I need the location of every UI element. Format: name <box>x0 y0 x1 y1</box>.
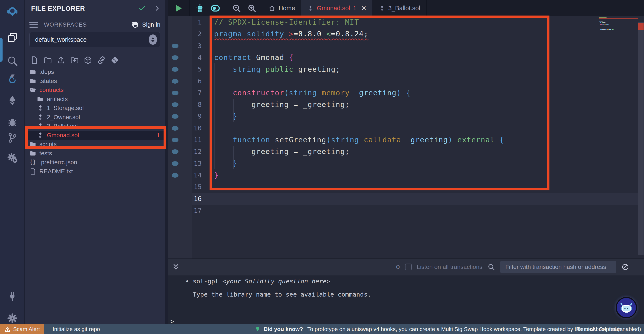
code-line-11[interactable]: function setGreeting(string calldata _gr… <box>214 134 597 146</box>
warning-icon <box>4 326 11 332</box>
collapse-panel-chevron-icon[interactable] <box>153 4 161 13</box>
git-diamond-icon[interactable] <box>110 56 119 65</box>
minimap-error-line <box>599 18 638 19</box>
new-folder-icon[interactable] <box>43 56 52 65</box>
code-line-9[interactable]: } <box>214 110 597 122</box>
code-line-7[interactable]: constructor(string memory _greeting) { <box>214 87 597 99</box>
tree-item-tests[interactable]: tests <box>25 149 165 158</box>
zoom-out-icon[interactable] <box>232 3 242 13</box>
token: =0.8.24 <box>331 29 364 38</box>
tab-gmonad[interactable]: Gmonad.sol 1 ✕ <box>301 0 373 16</box>
code-line-3[interactable] <box>214 40 597 52</box>
indent-guide <box>233 146 234 169</box>
line-number: 3 <box>168 40 202 52</box>
deploy-run-icon[interactable] <box>0 93 25 108</box>
token: function <box>214 135 270 144</box>
tree-item-scripts[interactable]: scripts <box>25 140 165 149</box>
tree-item--deps[interactable]: .deps <box>25 67 165 77</box>
token: setGreeting <box>270 135 326 144</box>
minimap-token <box>604 31 606 31</box>
run-script-button[interactable] <box>174 3 184 13</box>
git-icon[interactable] <box>0 130 25 145</box>
ai-copilot-robot-icon[interactable] <box>195 3 205 13</box>
file-explorer-header: FILE EXPLORER <box>31 4 161 14</box>
minimap-token <box>602 29 605 30</box>
terminal-prompt[interactable]: > <box>170 318 174 325</box>
token: } <box>214 159 238 168</box>
panel-resizer[interactable] <box>165 0 168 324</box>
folder-icon <box>37 95 44 103</box>
code-line-15[interactable] <box>214 181 597 193</box>
minimap-token <box>601 26 603 26</box>
minimap-token <box>603 31 603 31</box>
run-segment <box>168 0 190 16</box>
code-line-8[interactable]: greeting = _greeting; <box>214 99 597 110</box>
folder-icon <box>29 141 36 148</box>
editor-scrollbar[interactable] <box>638 16 644 259</box>
code-line-10[interactable] <box>214 122 597 134</box>
lightbulb-icon <box>255 326 261 332</box>
upload-folder-icon[interactable] <box>70 56 79 65</box>
folder-icon <box>29 77 36 85</box>
line-number: 16 <box>168 193 202 205</box>
copilot-toggle[interactable] <box>210 3 220 13</box>
code-line-6[interactable] <box>214 75 597 87</box>
tree-item-1-storage-sol[interactable]: 1_Storage.sol <box>25 104 165 113</box>
settings-icon[interactable] <box>0 311 25 326</box>
tree-item-artifacts[interactable]: artifacts <box>25 95 165 104</box>
line-number: 4 <box>168 52 202 63</box>
code-line-1[interactable]: // SPDX-License-Identifier: MIT <box>214 16 597 28</box>
tree-item-2-owner-sol[interactable]: 2_Owner.sol <box>25 113 165 122</box>
tree-item--prettierrc-json[interactable]: {}.prettierrc.json <box>25 158 165 167</box>
remixai-copilot-button[interactable] <box>616 297 637 318</box>
code-line-5[interactable]: string public greeting; <box>214 63 597 75</box>
tab-ballot[interactable]: 3_Ballot.sol <box>373 0 426 16</box>
editor-minimap[interactable] <box>599 17 638 38</box>
code-line-17[interactable] <box>214 205 597 216</box>
link-icon[interactable] <box>97 56 106 65</box>
token: pragma solidity <box>214 29 289 38</box>
minimap-line <box>599 36 638 38</box>
plugin-manager-icon[interactable] <box>0 289 25 304</box>
tree-item-gmonad-sol[interactable]: Gmonad.sol1 <box>25 131 165 140</box>
scam-alert-button[interactable]: Scam Alert <box>0 324 44 334</box>
code-line-12[interactable]: greeting = _greeting; <box>214 146 597 157</box>
scrollbar-slider[interactable] <box>638 22 644 255</box>
code-line-2[interactable]: pragma solidity >=0.8.0 <=0.8.24; <box>214 28 597 40</box>
sign-in-button[interactable]: Sign in <box>131 20 160 29</box>
copilot-status-label: RemixAI Copilot (enabled) <box>576 324 641 334</box>
code-line-16[interactable] <box>214 193 597 205</box>
zoom-in-icon[interactable] <box>247 3 257 13</box>
line-number: 11 <box>168 134 202 146</box>
workspace-select[interactable]: default_workspace <box>30 32 160 47</box>
new-file-icon[interactable] <box>30 56 39 65</box>
upload-file-icon[interactable] <box>57 56 66 65</box>
tab-home[interactable]: Home <box>262 0 301 16</box>
init-git-repo-button[interactable]: Initialize as git repo <box>52 324 100 334</box>
tree-item-3-ballot-sol[interactable]: 3_Ballot.sol <box>25 122 165 131</box>
terminal-output[interactable]: > • sol-gpt <your Solidity question here… <box>168 276 644 324</box>
solidity-compiler-icon[interactable] <box>0 71 25 87</box>
transaction-filter-input[interactable] <box>500 261 616 273</box>
workspaces-menu-icon[interactable] <box>30 21 38 29</box>
collapse-terminal-icon[interactable] <box>172 263 180 271</box>
remix-logo-icon[interactable] <box>0 4 25 19</box>
terminal-search-icon[interactable] <box>488 263 495 271</box>
close-tab-icon[interactable]: ✕ <box>361 4 366 12</box>
listen-all-checkbox[interactable] <box>405 264 412 270</box>
tree-item--states[interactable]: .states <box>25 77 165 86</box>
debugger-icon[interactable] <box>0 114 25 130</box>
tree-item-readme-txt[interactable]: README.txt <box>25 167 165 176</box>
code-line-13[interactable]: } <box>214 158 597 169</box>
search-icon[interactable] <box>0 53 25 68</box>
cube-icon[interactable] <box>84 56 92 65</box>
file-explorer-icon[interactable] <box>0 30 25 45</box>
unit-testing-icon[interactable] <box>0 150 25 166</box>
tree-item-contracts[interactable]: contracts <box>25 85 165 95</box>
token: { <box>495 135 504 144</box>
code-line-4[interactable]: contract Gmonad { <box>214 52 597 63</box>
code-line-14[interactable]: } <box>214 169 597 181</box>
code-editor[interactable]: 1// SPDX-License-Identifier: MIT2pragma … <box>168 16 644 259</box>
clear-console-icon[interactable] <box>622 263 629 271</box>
token: Gmonad <box>252 53 289 62</box>
